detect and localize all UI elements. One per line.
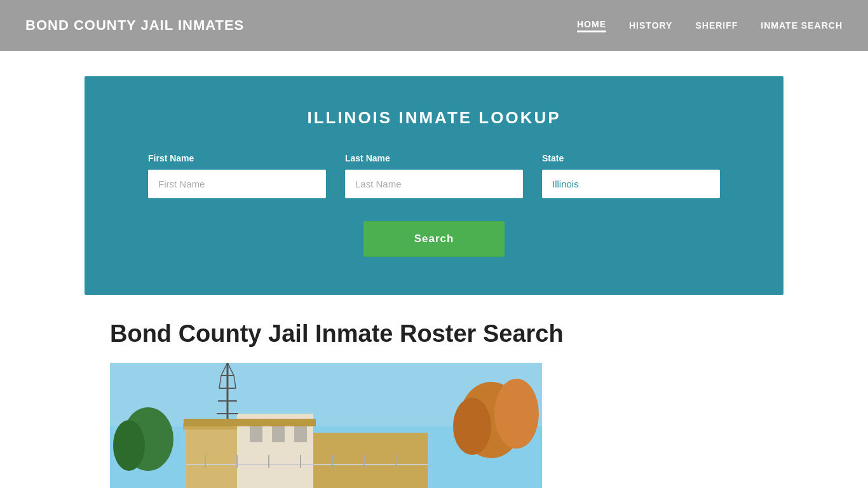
state-group: State [542,153,720,198]
nav-home[interactable]: HOME [577,19,606,32]
search-form-row: First Name Last Name State [123,153,745,198]
svg-rect-12 [272,426,285,442]
jail-image [110,363,542,488]
svg-point-6 [113,420,145,471]
svg-rect-11 [250,426,262,442]
jail-building-svg [110,363,542,488]
nav-inmate-search[interactable]: INMATE SEARCH [761,20,843,30]
svg-point-3 [494,379,539,449]
svg-point-4 [453,398,491,455]
main-content: Bond County Jail Inmate Roster Search [85,320,783,488]
svg-rect-31 [184,419,316,426]
state-label: State [542,153,720,163]
last-name-group: Last Name [345,153,523,198]
last-name-input[interactable] [345,170,523,198]
last-name-label: Last Name [345,153,523,163]
svg-rect-8 [313,433,428,488]
state-input[interactable] [542,170,720,198]
site-title: BOND COUNTY JAIL INMATES [25,17,244,34]
site-header: BOND COUNTY JAIL INMATES HOME HISTORY SH… [0,0,868,51]
search-section-title: ILLINOIS INMATE LOOKUP [123,108,745,128]
search-section: ILLINOIS INMATE LOOKUP First Name Last N… [85,76,783,295]
svg-rect-13 [294,426,307,442]
nav-history[interactable]: HISTORY [629,20,672,30]
first-name-label: First Name [148,153,326,163]
search-button[interactable]: Search [363,221,505,257]
search-button-row: Search [123,221,745,257]
roster-title: Bond County Jail Inmate Roster Search [110,320,758,348]
main-nav: HOME HISTORY SHERIFF INMATE SEARCH [577,19,843,32]
first-name-group: First Name [148,153,326,198]
first-name-input[interactable] [148,170,326,198]
nav-sheriff[interactable]: SHERIFF [695,20,738,30]
